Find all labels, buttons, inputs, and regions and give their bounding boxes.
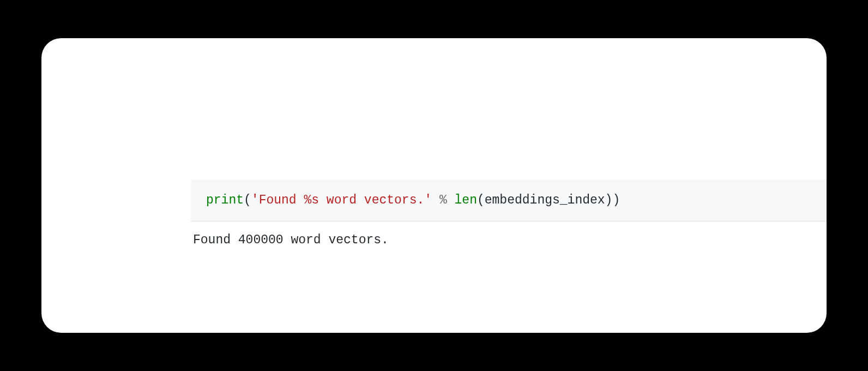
token-space [432,193,439,207]
notebook-content: print('Found %s word vectors.' % len(emb… [191,179,827,259]
token-percent-operator: % [439,193,447,207]
token-builtin-print: print [206,193,244,207]
output-cell: Found 400000 word vectors. [191,222,827,259]
token-builtin-len: len [455,193,477,207]
document-card: print('Found %s word vectors.' % len(emb… [41,38,827,333]
token-close-paren: ) [605,193,613,207]
token-close-paren: ) [612,193,620,207]
token-open-paren: ( [477,193,485,207]
token-string: 'Found %s word vectors.' [251,193,432,207]
token-space [447,193,455,207]
token-open-paren: ( [244,193,251,207]
code-cell: print('Found %s word vectors.' % len(emb… [191,179,827,222]
token-identifier: embeddings_index [485,193,605,207]
